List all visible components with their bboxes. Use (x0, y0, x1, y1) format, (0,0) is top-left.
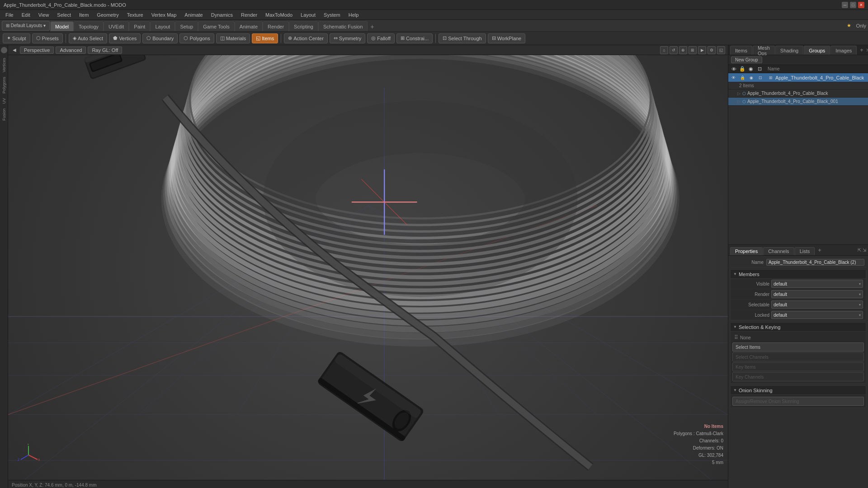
sidebar-label-uv[interactable]: UV (1, 96, 7, 106)
tab-game-tools[interactable]: Game Tools (198, 21, 235, 31)
group-child-1[interactable]: ▷ ⬡ Apple_Thunderbolt_4_Pro_Cable_Black (728, 89, 868, 98)
menu-maxtomode[interactable]: MaxToModo (262, 11, 296, 19)
onion-skinning-header[interactable]: ▼ Onion Skinning (731, 386, 866, 395)
selectable-label: Selectable (733, 302, 769, 307)
tab-items[interactable]: Items (730, 46, 752, 55)
menu-edit[interactable]: Edit (18, 11, 34, 19)
select-channels-button[interactable]: Select Channels (732, 352, 864, 361)
viewport-grid-icon[interactable]: ⊞ (689, 46, 697, 54)
assign-remove-onion-button[interactable]: Assign/Remove Onion Skinning (732, 397, 864, 406)
viewport-loop-icon[interactable]: ↺ (670, 46, 678, 54)
workplane-button[interactable]: ⊟ WorkPlane (488, 33, 526, 43)
add-tab-button[interactable]: + (368, 22, 377, 31)
tab-scripting[interactable]: Scripting (289, 21, 318, 31)
select-through-button[interactable]: ⊡ Select Through (439, 33, 486, 43)
tab-layout[interactable]: Layout (150, 21, 175, 31)
sidebar-label-polygons[interactable]: Polygons (1, 75, 7, 95)
ray-gl-tab[interactable]: Ray GL: Off (88, 47, 122, 54)
tab-channels[interactable]: Channels (763, 247, 794, 255)
tab-properties[interactable]: Properties (730, 247, 763, 255)
select-items-button[interactable]: Select Items (732, 343, 864, 352)
locked-label: Locked (733, 313, 769, 318)
minimize-button[interactable]: ─ (842, 2, 848, 8)
viewport-3d[interactable]: No Items Polygons : Catmull-Clark Channe… (8, 55, 728, 480)
advanced-tab[interactable]: Advanced (56, 47, 86, 54)
menu-select[interactable]: Select (53, 11, 75, 19)
render-dropdown[interactable]: default ▾ (771, 290, 863, 298)
key-channels-button[interactable]: Key Channels (732, 372, 864, 381)
tab-setup[interactable]: Setup (175, 21, 198, 31)
menu-geometry[interactable]: Geometry (93, 11, 122, 19)
maximize-button[interactable]: □ (850, 2, 856, 8)
falloff-button[interactable]: ◎ Falloff (367, 33, 395, 43)
menu-file[interactable]: File (2, 11, 17, 19)
menu-texture[interactable]: Texture (123, 11, 147, 19)
viewport-zoom-icon[interactable]: ⊕ (679, 46, 687, 54)
materials-button[interactable]: ◫ Materials (216, 33, 250, 43)
auto-select-button[interactable]: ◈ Auto Select (69, 33, 107, 43)
group-child-2[interactable]: ▷ ⬡ Apple_Thunderbolt_4_Pro_Cable_Black_… (728, 98, 868, 106)
tab-mesh-ops[interactable]: Mesh Ops (753, 46, 775, 55)
add-items-tab-button[interactable]: + (857, 46, 866, 54)
props-expand-button[interactable]: ⇱ ⇲ (858, 248, 866, 253)
polygons-button[interactable]: ⬡ Polygons (179, 33, 214, 43)
sculpt-button[interactable]: ✦ Sculpt (3, 33, 30, 43)
render-label: Render (733, 292, 769, 297)
viewport-camera-icon[interactable]: ▶ (698, 46, 706, 54)
vertices-button[interactable]: ⬟ Vertices (109, 33, 141, 43)
constraint-button[interactable]: ⊞ Constrai... (396, 33, 433, 43)
tab-paint[interactable]: Paint (129, 21, 150, 31)
items-button[interactable]: ◱ Items (252, 33, 278, 43)
menu-layout[interactable]: Layout (297, 11, 319, 19)
locked-dropdown[interactable]: default ▾ (771, 311, 863, 319)
menu-view[interactable]: View (35, 11, 53, 19)
action-center-button[interactable]: ⊕ Action Center (284, 33, 328, 43)
key-items-button[interactable]: Key Items (732, 362, 864, 371)
onion-skinning-section: ▼ Onion Skinning Assign/Remove Onion Ski… (730, 385, 866, 408)
viewport-nav-prev-icon[interactable]: ◀ (11, 47, 18, 53)
default-layouts-btn[interactable]: ⊞ Default Layouts ▾ (2, 21, 50, 31)
tab-uvedit[interactable]: UVEdit (104, 21, 129, 31)
new-group-button[interactable]: New Group (731, 56, 762, 63)
sidebar-label-fusion[interactable]: Fusion (1, 107, 7, 122)
selectable-control: default ▾ (771, 300, 863, 309)
tab-model[interactable]: Model (50, 21, 74, 31)
menu-vertex-map[interactable]: Vertex Map (148, 11, 180, 19)
tab-lists[interactable]: Lists (795, 247, 815, 255)
presets-button[interactable]: ⬡ Presets (32, 33, 63, 43)
close-button[interactable]: ✕ (858, 2, 864, 8)
viewport-settings-icon[interactable]: ⚙ (708, 46, 716, 54)
menu-system[interactable]: System (320, 11, 344, 19)
menu-help[interactable]: Help (345, 11, 363, 19)
viewport-expand-icon[interactable]: ◱ (717, 46, 725, 54)
items-tab-right-button[interactable]: ≫ (866, 47, 868, 52)
tab-groups[interactable]: Groups (804, 46, 830, 55)
menu-render[interactable]: Render (237, 11, 261, 19)
selectable-dropdown[interactable]: default ▾ (771, 300, 863, 309)
tab-images[interactable]: Images (830, 46, 857, 55)
viewport-home-icon[interactable]: ⌂ (660, 46, 668, 54)
tab-topology[interactable]: Topology (74, 21, 104, 31)
add-props-tab-button[interactable]: + (815, 246, 824, 254)
boundary-button[interactable]: ⬠ Boundary (142, 33, 178, 43)
menu-dynamics[interactable]: Dynamics (208, 11, 236, 19)
menu-animate[interactable]: Animate (181, 11, 206, 19)
menu-item[interactable]: Item (75, 11, 92, 19)
selection-keying-header[interactable]: ▼ Selection & Keying (731, 323, 866, 332)
sidebar-toggle-button[interactable] (1, 47, 7, 53)
tab-shading[interactable]: Shading (775, 46, 803, 55)
viewport-icons: ⌂ ↺ ⊕ ⊞ ▶ ⚙ ◱ (660, 46, 725, 54)
symmetry-button[interactable]: ⇔ Symmetry (330, 33, 366, 43)
keying-none-label: None (740, 335, 862, 340)
name-field-value[interactable]: Apple_Thunderbolt_4_Pro_Cable_Black (2) (766, 259, 864, 266)
group-row-cable-black[interactable]: 👁 🔒 ◉ ⊡ ⊞ Apple_Thunderbolt_4_Pro_Cable_… (728, 73, 868, 82)
sidebar-label-vertices[interactable]: Vertices (1, 56, 7, 74)
tab-animate[interactable]: Animate (235, 21, 263, 31)
members-section-header[interactable]: ▼ Members (731, 270, 866, 279)
tab-render[interactable]: Render (263, 21, 289, 31)
window-controls: ─ □ ✕ (842, 2, 864, 8)
perspective-tab[interactable]: Perspective (20, 47, 54, 54)
tab-schematic-fusion[interactable]: Schematic Fusion (318, 21, 368, 31)
locked-value: default (774, 313, 787, 318)
visible-dropdown[interactable]: default ▾ (771, 280, 863, 288)
